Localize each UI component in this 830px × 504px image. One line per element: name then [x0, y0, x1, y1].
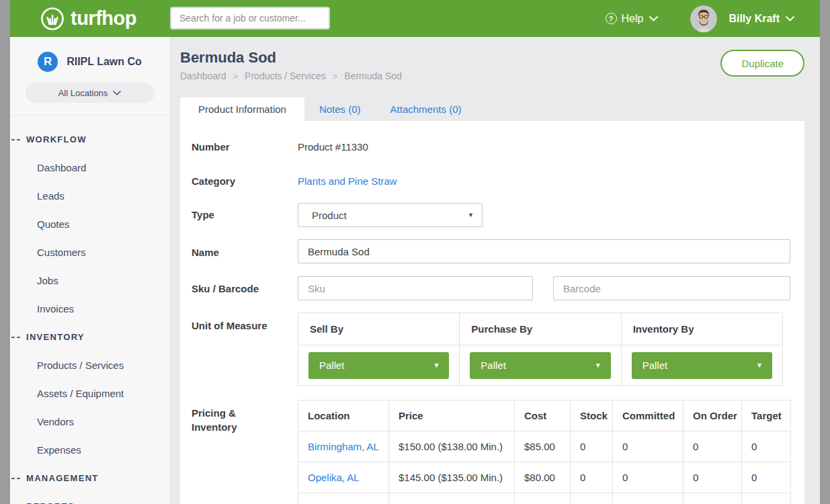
sidebar-item-vendors[interactable]: Vendors [10, 407, 169, 435]
sidebar-item-customers[interactable]: Customers [10, 238, 169, 266]
stock-cell: 0 [571, 431, 613, 462]
col-cost: Cost [515, 401, 571, 431]
nav-section-reports[interactable]: REPORTS [10, 492, 169, 504]
tab-notes[interactable]: Notes (0) [304, 97, 376, 121]
location-selector-label: All Locations [58, 88, 108, 98]
inventory-by-value: Pallet [642, 360, 668, 371]
breadcrumb-current: Bermuda Sod [344, 71, 402, 81]
page-title: Bermuda Sod [180, 49, 276, 67]
sidebar-item-expenses[interactable]: Expenses [10, 435, 169, 464]
sell-by-value: Pallet [319, 360, 345, 371]
section-dash-icon [11, 337, 20, 338]
chevron-down-icon [113, 91, 121, 95]
help-menu[interactable]: ? Help [606, 13, 659, 25]
breadcrumb: Dashboard > Products / Services > Bermud… [180, 71, 402, 81]
nav-section-management[interactable]: MANAGEMENT [10, 464, 169, 492]
company-block: R RIIPL Lawn Co All Locations [10, 37, 169, 116]
section-dash-icon [11, 139, 20, 140]
uom-col-purchase-by: Purchase By [460, 313, 621, 345]
uom-col-inventory-by: Inventory By [621, 313, 782, 345]
grass-logo-icon [40, 7, 65, 31]
unit-of-measure-table: Sell By Purchase By Inventory By Pallet … [298, 312, 783, 386]
committed-cell: 0 [613, 462, 683, 493]
breadcrumb-separator: > [333, 71, 338, 81]
company-logo: R [38, 52, 58, 72]
tab-product-information[interactable]: Product Information [180, 97, 304, 121]
tab-bar: Product Information Notes (0) Attachment… [180, 97, 476, 121]
sku-input[interactable] [298, 276, 533, 300]
pricing-inventory-label: Pricing & Inventory [192, 406, 237, 434]
on-order-cell: 0 [683, 431, 742, 462]
uom-col-sell-by: Sell By [298, 313, 460, 345]
chevron-down-icon[interactable] [786, 16, 794, 22]
sidebar-item-quotes[interactable]: Quotes [10, 210, 169, 238]
inventory-by-dropdown[interactable]: Pallet ▼ [632, 352, 772, 379]
duplicate-button[interactable]: Duplicate [720, 50, 804, 77]
help-icon: ? [606, 13, 617, 24]
sidebar-item-jobs[interactable]: Jobs [10, 266, 169, 294]
sidebar-item-assets-equipment[interactable]: Assets / Equipment [10, 379, 169, 407]
pricing-inventory-table: Location Price Cost Stock Committed On O… [298, 400, 791, 504]
table-row: Birmingham, AL $150.00 ($138.00 Min.) $8… [298, 431, 791, 462]
on-order-cell: 0 [683, 462, 742, 493]
location-link[interactable]: Opelika, AL [298, 462, 389, 493]
section-dash-icon [11, 478, 20, 479]
search-input[interactable] [170, 7, 330, 30]
logo-text: turfhop [71, 7, 136, 30]
nav-section-inventory: INVENTORY [10, 323, 169, 351]
pricing-header-row: Location Price Cost Stock Committed On O… [298, 401, 791, 431]
sidebar-nav: WORKFLOW Dashboard Leads Quotes Customer… [10, 116, 169, 504]
tab-attachments[interactable]: Attachments (0) [376, 97, 476, 121]
stock-cell: 0 [571, 462, 613, 493]
sidebar-item-invoices[interactable]: Invoices [10, 294, 169, 323]
nav-section-workflow: WORKFLOW [10, 125, 169, 153]
top-navigation-bar: turfhop ? Help Billy [10, 0, 820, 37]
number-label: Number [192, 141, 230, 153]
col-on-order: On Order [683, 401, 742, 431]
user-avatar[interactable] [690, 5, 717, 32]
category-link[interactable]: Plants and Pine Straw [298, 175, 397, 187]
product-information-panel: Number Product #11330 Category Plants an… [180, 121, 804, 504]
target-cell: 0 [742, 462, 791, 493]
type-select[interactable]: Product ▼ [298, 203, 483, 227]
cost-cell: $80.00 [515, 462, 571, 493]
select-caret-icon: ▼ [468, 212, 474, 218]
col-committed: Committed [613, 401, 683, 431]
help-label: Help [622, 13, 644, 25]
cost-cell: $85.00 [515, 431, 571, 462]
main-content: Bermuda Sod Dashboard > Products / Servi… [169, 37, 820, 504]
barcode-input[interactable] [553, 276, 790, 300]
logo[interactable]: turfhop [40, 7, 136, 31]
name-label: Name [192, 247, 219, 258]
location-selector[interactable]: All Locations [26, 83, 155, 103]
name-input[interactable] [298, 239, 790, 263]
type-label: Type [192, 209, 214, 220]
category-label: Category [192, 175, 235, 187]
sidebar-item-products-services[interactable]: Products / Services [10, 351, 169, 379]
dropdown-caret-icon: ▼ [756, 362, 763, 369]
price-cell: $145.00 ($135.00 Min.) [389, 462, 515, 493]
company-name: RIIPL Lawn Co [67, 56, 142, 68]
number-value: Product #11330 [298, 141, 368, 153]
sidebar-item-dashboard[interactable]: Dashboard [10, 153, 169, 181]
unit-of-measure-label: Unit of Measure [192, 320, 267, 331]
purchase-by-dropdown[interactable]: Pallet ▼ [470, 352, 610, 379]
committed-cell: 0 [613, 431, 683, 462]
col-target: Target [742, 401, 791, 431]
breadcrumb-dashboard[interactable]: Dashboard [180, 71, 226, 81]
target-cell: 0 [742, 431, 791, 462]
purchase-by-value: Pallet [481, 360, 506, 371]
user-name[interactable]: Billy Kraft [729, 13, 780, 25]
app-window: turfhop ? Help Billy [10, 0, 820, 504]
breadcrumb-products-services[interactable]: Products / Services [245, 71, 326, 81]
table-row: Opelika, AL $145.00 ($135.00 Min.) $80.0… [298, 462, 791, 493]
col-location: Location [298, 401, 389, 431]
dropdown-caret-icon: ▼ [595, 362, 601, 369]
sell-by-dropdown[interactable]: Pallet ▼ [308, 352, 449, 379]
chevron-down-icon [649, 16, 658, 22]
price-cell: $150.00 ($138.00 Min.) [389, 431, 515, 462]
avatar-image [690, 5, 717, 32]
table-row-partial [298, 493, 791, 504]
sidebar-item-leads[interactable]: Leads [10, 181, 169, 210]
location-link[interactable]: Birmingham, AL [298, 431, 389, 462]
